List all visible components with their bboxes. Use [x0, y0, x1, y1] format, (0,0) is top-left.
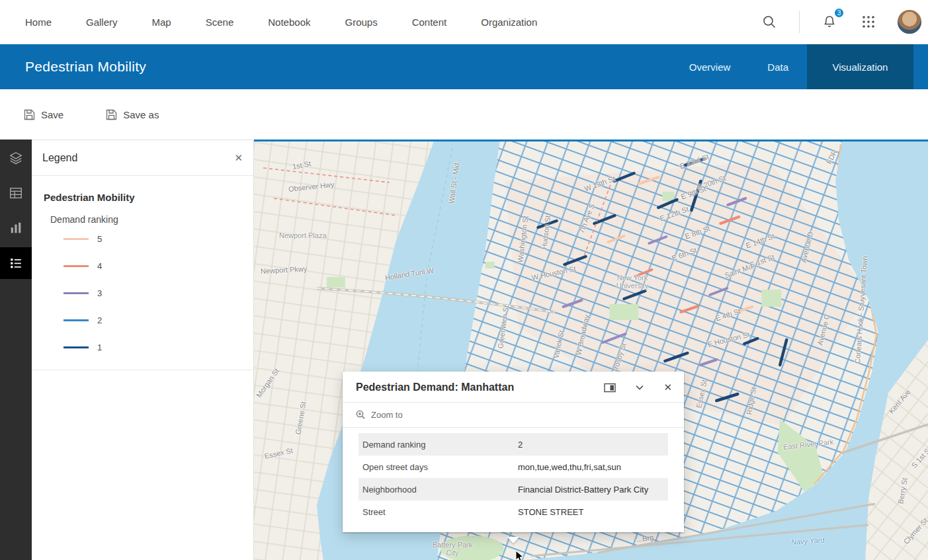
nav-organization[interactable]: Organization	[481, 17, 537, 28]
legend-panel: Legend ✕ Pedestrian Mobility Demand rank…	[32, 140, 254, 560]
notification-badge: 3	[833, 7, 845, 19]
nav-notebook[interactable]: Notebook	[268, 17, 310, 28]
legend-close-button[interactable]: ✕	[234, 152, 243, 164]
popup-title: Pedestrian Demand: Manhattan	[356, 381, 604, 393]
save-label: Save	[41, 109, 63, 120]
legend-field-label: Demand ranking	[50, 214, 241, 225]
map-label: Newport Plaza	[279, 231, 327, 239]
user-avatar[interactable]	[898, 10, 921, 34]
zoom-to-icon	[356, 410, 366, 420]
popup-header: Pedestrian Demand: Manhattan	[343, 372, 684, 403]
zoom-to-label: Zoom to	[371, 410, 403, 420]
notifications-button[interactable]: 3	[820, 12, 839, 32]
popup-close-button[interactable]: ✕	[663, 381, 672, 393]
legend-swatch-1	[63, 346, 89, 348]
legend-swatch-2	[63, 319, 89, 321]
legend-class-label: 2	[97, 315, 102, 325]
map-label: W 13th St	[583, 175, 616, 193]
legend-swatch-3	[63, 292, 89, 294]
tool-rail	[0, 140, 32, 560]
sidebar-item-layers[interactable]	[0, 142, 32, 174]
bar-chart-icon	[9, 221, 23, 235]
nav-map[interactable]: Map	[152, 17, 171, 28]
map-label: Berry St	[896, 477, 909, 504]
tab-visualization[interactable]: Visualization	[807, 44, 913, 89]
legend-class-label: 3	[97, 288, 102, 298]
map-label: E 12th St	[659, 205, 690, 223]
map-label: New York University	[609, 274, 656, 290]
nav-scene[interactable]: Scene	[206, 17, 234, 28]
table-row: Street STONE STREET	[359, 500, 668, 523]
map-label: Hudson St	[540, 215, 552, 249]
legend-class-row: 4	[63, 261, 241, 271]
attr-field: Demand ranking	[359, 434, 514, 455]
map-label: Kent Ave	[887, 388, 911, 415]
attr-value: STONE STREET	[514, 502, 668, 522]
dock-icon	[604, 383, 616, 393]
zoom-to-action[interactable]: Zoom to	[343, 403, 684, 428]
table-icon	[9, 186, 23, 200]
nav-home[interactable]: Home	[25, 17, 52, 28]
map-label: Crosby St	[610, 342, 627, 375]
dock-button[interactable]	[604, 383, 616, 393]
legend-swatch-4	[63, 265, 89, 267]
map-label: Wall St - Mid...	[447, 157, 462, 204]
tab-data[interactable]: Data	[749, 44, 807, 89]
map-label: Varick St	[552, 329, 566, 359]
legend-panel-title: Legend	[42, 152, 77, 164]
map-label: W Broadway	[574, 314, 591, 356]
legend-list-icon	[9, 256, 23, 270]
map-label: E 4th St	[714, 307, 741, 323]
legend-class-row: 2	[63, 315, 241, 325]
map-label: Clymer St	[902, 516, 928, 545]
save-as-icon	[106, 109, 117, 120]
popup-anchor	[507, 537, 519, 543]
sidebar-item-table[interactable]	[0, 177, 32, 209]
map-label: E 23rd St	[679, 153, 710, 171]
map-label: Essex St	[264, 446, 294, 460]
item-header: Pedestrian Mobility Overview Data Visual…	[0, 44, 928, 89]
nav-gallery[interactable]: Gallery	[86, 17, 118, 28]
map-label: E Houston St	[707, 330, 751, 348]
map-label: Observer Hwy	[288, 180, 335, 193]
primary-nav: Home Gallery Map Scene Notebook Groups C…	[25, 17, 537, 28]
map-label: Holland Tunl W	[384, 266, 435, 282]
map-label: Corlears Hook - Stuyvesant Town	[853, 256, 868, 364]
collapse-button[interactable]	[636, 385, 644, 390]
search-icon	[762, 15, 777, 29]
app-launcher-button[interactable]	[859, 13, 878, 31]
map-label: Washington St	[516, 216, 530, 263]
tab-overview[interactable]: Overview	[671, 44, 749, 89]
nav-divider	[799, 11, 800, 33]
mouse-cursor	[515, 550, 525, 560]
search-button[interactable]	[759, 12, 779, 32]
sidebar-item-charts[interactable]	[0, 212, 32, 244]
map-label: Avenue D	[799, 231, 814, 264]
map-view[interactable]: 1st StObserver HwyNewport PlazaNewport P…	[254, 140, 928, 560]
attr-field: Open street days	[359, 457, 514, 477]
map-label: E 1st St	[749, 253, 775, 268]
map-label: Greenwich St	[496, 305, 510, 349]
feature-popup: Pedestrian Demand: Manhattan	[343, 372, 684, 532]
legend-divider	[32, 370, 253, 370]
save-as-button[interactable]: Save as	[106, 109, 159, 120]
nav-content[interactable]: Content	[412, 17, 447, 28]
map-label: East River Park	[782, 438, 833, 451]
map-label: Battery Park City	[432, 541, 473, 557]
sidebar-item-legend[interactable]	[0, 247, 32, 279]
page-title: Pedestrian Mobility	[25, 59, 146, 75]
nav-groups[interactable]: Groups	[345, 17, 377, 28]
app-window: Home Gallery Map Scene Notebook Groups C…	[0, 0, 928, 560]
attribute-table: Demand ranking 2 Open street days mon,tu…	[359, 433, 668, 523]
map-label: W Houston St	[531, 264, 577, 282]
save-toolbar: Save Save as	[0, 89, 928, 140]
legend-body: Pedestrian Mobility Demand ranking 5 4 3…	[32, 176, 253, 370]
save-icon	[24, 109, 35, 120]
legend-class-label: 1	[97, 342, 102, 352]
table-row: Demand ranking 2	[359, 433, 668, 456]
legend-class-row: 1	[63, 342, 241, 352]
save-button[interactable]: Save	[24, 109, 63, 120]
map-label: 7th Ave S	[577, 202, 596, 234]
map-label: E 6th St	[671, 246, 698, 262]
legend-class-row: 3	[63, 288, 241, 298]
